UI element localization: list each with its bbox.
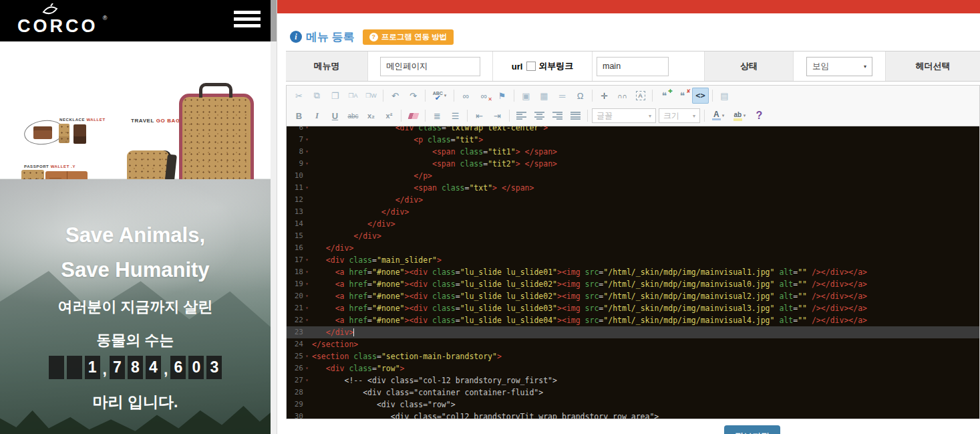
superscript-button[interactable]: x² bbox=[381, 108, 397, 124]
remove-format-icon[interactable] bbox=[405, 108, 422, 124]
size-dropdown[interactable]: 크기▾ bbox=[659, 108, 700, 123]
counter-digit-box: 3 bbox=[206, 356, 222, 379]
html-editor: ✂⧉❐❐A❐W↶↷ABC✔▾∞∞✕⚑▣▦═Ω✛∩∩A❝✚❝✘<>▤ BIUabc… bbox=[286, 85, 980, 419]
fold-toggle-icon[interactable]: ▾ bbox=[305, 158, 312, 170]
find-icon[interactable]: ∩∩ bbox=[614, 88, 631, 104]
fold-toggle-icon[interactable]: ▾ bbox=[305, 362, 312, 374]
paste-text-icon[interactable]: ❐A bbox=[345, 88, 361, 104]
source-code-area[interactable]: 6▾ <div class="txtwrap text-center">7▾ <… bbox=[287, 126, 979, 419]
text-color-icon[interactable]: A▾ bbox=[708, 108, 728, 124]
undo-icon[interactable]: ↶ bbox=[387, 88, 403, 104]
fold-toggle-icon[interactable]: ▾ bbox=[305, 146, 312, 158]
bg-color-icon[interactable]: ab▾ bbox=[729, 108, 750, 124]
indent-icon[interactable]: ⇥ bbox=[489, 108, 506, 124]
paste-word-icon[interactable]: ❐W bbox=[363, 88, 379, 104]
status-label: 상태 bbox=[705, 51, 794, 81]
line-number: 13 bbox=[287, 206, 305, 218]
fold-toggle-icon[interactable]: ▾ bbox=[305, 314, 312, 326]
line-number: 8 bbox=[287, 146, 305, 158]
fold-toggle-icon[interactable]: ▾ bbox=[305, 350, 312, 362]
line-number: 19 bbox=[287, 278, 305, 290]
underline-button[interactable]: U bbox=[327, 108, 343, 124]
fold-toggle-icon[interactable]: ▾ bbox=[305, 278, 312, 290]
fold-toggle-icon[interactable]: ▾ bbox=[305, 134, 312, 146]
status-value: 보임 bbox=[812, 61, 829, 72]
cut-icon[interactable]: ✂ bbox=[291, 88, 307, 104]
fold-toggle-icon[interactable]: ▾ bbox=[305, 374, 312, 387]
select-all-icon[interactable]: A bbox=[632, 88, 649, 104]
fold-toggle-icon[interactable]: ▾ bbox=[305, 254, 312, 266]
align-center-icon[interactable] bbox=[531, 108, 548, 124]
code-line-9: 9▾ <span class="tit2"> </span> bbox=[287, 158, 979, 170]
backpack-handle bbox=[199, 83, 232, 98]
fold-toggle-icon[interactable]: ▾ bbox=[305, 126, 312, 134]
align-justify-icon[interactable] bbox=[567, 108, 584, 124]
image-icon[interactable]: ▣ bbox=[518, 88, 534, 104]
maximize-icon[interactable]: ✛ bbox=[596, 88, 613, 104]
hero-subtitle-1: 여러분이 지금까지 살린 bbox=[0, 297, 271, 317]
fold-spacer bbox=[305, 411, 312, 419]
special-char-icon[interactable]: Ω bbox=[572, 88, 589, 104]
align-right-icon[interactable] bbox=[549, 108, 566, 124]
code-line-8: 8▾ <span class="tit1"> </span> bbox=[287, 146, 979, 158]
link-icon[interactable]: ∞ bbox=[458, 88, 474, 104]
fold-toggle-icon[interactable]: ▾ bbox=[305, 266, 312, 278]
line-number: 25 bbox=[287, 350, 305, 362]
counter-digit-box bbox=[49, 356, 64, 379]
hero-subtitle-2: 동물의 수는 bbox=[0, 330, 271, 350]
passport-wallet-label: PASSPORT WALLET .Y bbox=[24, 165, 75, 169]
fold-spacer bbox=[305, 387, 312, 399]
url-input[interactable] bbox=[597, 57, 669, 76]
anchor-flag-icon[interactable]: ⚑ bbox=[494, 88, 510, 104]
admin-top-red-bar bbox=[277, 0, 980, 13]
comment-add-icon[interactable]: ❝✚ bbox=[656, 88, 673, 104]
copy-icon[interactable]: ⧉ bbox=[309, 88, 325, 104]
scrollbar-thumb[interactable] bbox=[271, 0, 277, 41]
product-slider-section[interactable]: NECKLACE WALLET PASSPORT WALLET .Y TRAVE… bbox=[0, 41, 271, 179]
italic-button[interactable]: I bbox=[309, 108, 325, 124]
ordered-list-icon[interactable]: ≣ bbox=[429, 108, 446, 124]
help-icon[interactable]: ? bbox=[751, 108, 768, 124]
program-link-help-button[interactable]: ? 프로그램 연동 방법 bbox=[363, 29, 454, 45]
spellcheck-icon[interactable]: ABC✔▾ bbox=[429, 88, 450, 104]
table-icon[interactable]: ▦ bbox=[536, 88, 552, 104]
card-wallet-brown-image bbox=[73, 124, 86, 144]
save-button[interactable]: 정보저장 bbox=[724, 425, 780, 434]
line-number: 29 bbox=[287, 399, 305, 411]
paste-icon[interactable]: ❐ bbox=[327, 88, 343, 104]
fold-spacer bbox=[305, 206, 312, 218]
menu-name-label: 메뉴명 bbox=[286, 51, 368, 81]
horizontal-rule-icon[interactable]: ═ bbox=[554, 88, 570, 104]
source-button[interactable]: <> bbox=[692, 88, 709, 104]
strikethrough-button[interactable]: abc bbox=[345, 108, 361, 124]
comment-remove-icon[interactable]: ❝✘ bbox=[674, 88, 691, 104]
fold-toggle-icon[interactable]: ▾ bbox=[305, 182, 312, 194]
line-number: 18 bbox=[287, 266, 305, 278]
preview-scrollbar[interactable] bbox=[271, 0, 277, 434]
line-number: 28 bbox=[287, 387, 305, 399]
fold-toggle-icon[interactable]: ▾ bbox=[305, 302, 312, 314]
code-line-22: 22▾ <a href="#none"><div class="lu_slide… bbox=[287, 314, 979, 326]
menu-form-row: 메뉴명 url 외부링크 상태 보임 ▾ 헤더선택 bbox=[286, 51, 980, 82]
unlink-icon[interactable]: ∞✕ bbox=[476, 88, 492, 104]
toolbar-separator bbox=[467, 110, 468, 122]
hamburger-menu-icon[interactable] bbox=[234, 11, 261, 31]
hero-subtitle-3: 마리 입니다. bbox=[0, 392, 271, 413]
question-icon: ? bbox=[369, 33, 378, 41]
unordered-list-icon[interactable]: ☰ bbox=[447, 108, 464, 124]
line-number: 11 bbox=[287, 182, 305, 194]
outdent-icon[interactable]: ⇤ bbox=[471, 108, 488, 124]
status-select[interactable]: 보임 ▾ bbox=[806, 57, 872, 76]
print-icon[interactable]: ▤ bbox=[716, 88, 733, 104]
code-line-27: 27▾ <!-- <div class="col-12 brandstory_r… bbox=[287, 374, 979, 387]
external-link-checkbox[interactable] bbox=[526, 62, 536, 71]
menu-name-input[interactable] bbox=[380, 57, 480, 76]
align-left-icon[interactable] bbox=[513, 108, 530, 124]
code-line-19: 19▾ <a href="#none"><div class="lu_slide… bbox=[287, 278, 979, 290]
fold-toggle-icon[interactable]: ▾ bbox=[305, 290, 312, 302]
bold-button[interactable]: B bbox=[291, 108, 307, 124]
redo-icon[interactable]: ↷ bbox=[405, 88, 422, 104]
corco-logo[interactable]: CORCO ® bbox=[17, 5, 98, 36]
subscript-button[interactable]: x₂ bbox=[363, 108, 379, 124]
font-dropdown[interactable]: 글꼴▾ bbox=[592, 108, 656, 123]
